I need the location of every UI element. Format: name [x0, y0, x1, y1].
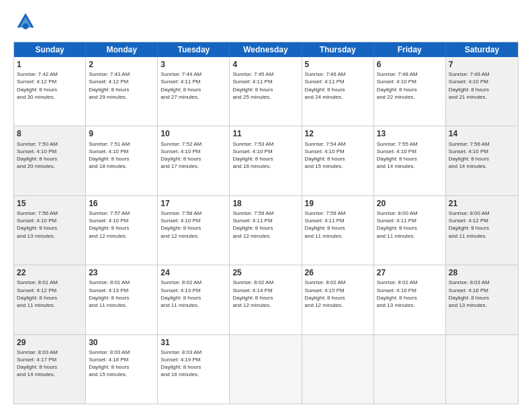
cell-line: Sunrise: 8:03 AM	[449, 279, 515, 286]
day-number: 19	[305, 198, 371, 209]
cell-line: Daylight: 8 hours	[161, 155, 226, 163]
cell-line: and 14 minutes.	[17, 371, 83, 378]
day-number: 27	[377, 267, 443, 278]
cell-line: Sunset: 4:10 PM	[449, 78, 515, 85]
calendar-cell-20: 20Sunrise: 8:00 AMSunset: 4:11 PMDayligh…	[374, 196, 446, 265]
day-number: 16	[89, 198, 154, 209]
cell-line: and 20 minutes.	[17, 163, 83, 170]
cell-line: Sunrise: 8:03 AM	[17, 349, 83, 356]
cell-line: Daylight: 8 hours	[89, 155, 154, 163]
cell-line: and 15 minutes.	[305, 163, 371, 170]
calendar-cell-4: 4Sunrise: 7:45 AMSunset: 4:11 PMDaylight…	[230, 57, 302, 126]
calendar-cell-19: 19Sunrise: 7:59 AMSunset: 4:11 PMDayligh…	[302, 196, 374, 265]
cell-line: and 12 minutes.	[232, 302, 298, 309]
cell-line: Sunrise: 7:53 AM	[232, 140, 298, 148]
weekday-header-monday: Monday	[86, 42, 158, 57]
calendar-row-0: 1Sunrise: 7:42 AMSunset: 4:12 PMDaylight…	[14, 57, 518, 126]
cell-line: and 11 minutes.	[89, 302, 154, 309]
cell-line: Sunrise: 7:54 AM	[305, 140, 371, 148]
cell-line: Daylight: 8 hours	[161, 86, 226, 93]
cell-line: and 18 minutes.	[89, 163, 154, 170]
day-number: 22	[17, 267, 83, 278]
cell-line: Sunrise: 7:56 AM	[449, 140, 515, 148]
cell-line: Sunset: 4:15 PM	[305, 287, 371, 294]
cell-line: Sunrise: 8:02 AM	[305, 279, 371, 286]
day-number: 24	[161, 267, 226, 278]
cell-line: Sunrise: 7:51 AM	[89, 140, 154, 148]
cell-line: Sunset: 4:12 PM	[17, 78, 83, 85]
cell-line: Sunrise: 7:55 AM	[377, 140, 443, 148]
day-number: 25	[232, 267, 298, 278]
calendar-cell-empty	[302, 335, 374, 404]
cell-line: Daylight: 8 hours	[232, 294, 298, 302]
logo	[13, 11, 36, 35]
cell-line: and 30 minutes.	[17, 93, 83, 101]
cell-line: and 16 minutes.	[161, 371, 226, 378]
calendar-cell-8: 8Sunrise: 7:50 AMSunset: 4:10 PMDaylight…	[14, 126, 86, 195]
day-number: 28	[449, 267, 515, 278]
calendar-cell-empty	[446, 335, 518, 404]
cell-line: Sunset: 4:16 PM	[377, 287, 443, 294]
cell-line: Sunrise: 7:46 AM	[305, 71, 371, 78]
day-number: 12	[305, 128, 371, 139]
cell-line: and 17 minutes.	[161, 163, 226, 170]
cell-line: and 27 minutes.	[161, 93, 226, 101]
cell-line: and 12 minutes.	[305, 302, 371, 309]
cell-line: Daylight: 8 hours	[305, 86, 371, 93]
cell-line: Sunset: 4:11 PM	[305, 217, 371, 224]
calendar-cell-11: 11Sunrise: 7:53 AMSunset: 4:10 PMDayligh…	[230, 126, 302, 195]
calendar-cell-7: 7Sunrise: 7:49 AMSunset: 4:10 PMDaylight…	[446, 57, 518, 126]
day-number: 15	[17, 198, 83, 209]
cell-line: Daylight: 8 hours	[305, 155, 371, 163]
cell-line: Sunset: 4:18 PM	[89, 356, 154, 363]
cell-line: Sunrise: 8:02 AM	[232, 279, 298, 286]
calendar-cell-24: 24Sunrise: 8:02 AMSunset: 4:13 PMDayligh…	[158, 265, 230, 334]
cell-line: and 11 minutes.	[161, 302, 226, 309]
calendar-cell-12: 12Sunrise: 7:54 AMSunset: 4:10 PMDayligh…	[302, 126, 374, 195]
cell-line: and 13 minutes.	[17, 232, 83, 240]
calendar-cell-21: 21Sunrise: 8:00 AMSunset: 4:12 PMDayligh…	[446, 196, 518, 265]
weekday-header-tuesday: Tuesday	[158, 42, 230, 57]
cell-line: Daylight: 8 hours	[89, 224, 154, 232]
cell-line: Sunset: 4:10 PM	[232, 148, 298, 155]
day-number: 11	[232, 128, 298, 139]
cell-line: and 25 minutes.	[232, 93, 298, 101]
cell-line: Daylight: 8 hours	[17, 224, 83, 232]
day-number: 29	[17, 337, 83, 348]
cell-line: Daylight: 8 hours	[305, 294, 371, 302]
calendar-row-2: 15Sunrise: 7:56 AMSunset: 4:10 PMDayligh…	[14, 195, 518, 265]
logo-icon	[15, 11, 36, 32]
cell-line: Sunset: 4:17 PM	[17, 356, 83, 363]
cell-line: Sunset: 4:11 PM	[377, 217, 443, 224]
cell-line: Daylight: 8 hours	[17, 363, 83, 371]
cell-line: Daylight: 8 hours	[305, 224, 371, 232]
cell-line: Sunset: 4:10 PM	[377, 78, 443, 85]
cell-line: Sunrise: 8:02 AM	[161, 279, 226, 286]
calendar-cell-empty	[374, 335, 446, 404]
cell-line: Daylight: 8 hours	[449, 224, 515, 232]
cell-line: Sunset: 4:10 PM	[377, 148, 443, 155]
day-number: 7	[449, 59, 515, 70]
cell-line: Sunrise: 7:43 AM	[89, 71, 154, 78]
calendar-row-1: 8Sunrise: 7:50 AMSunset: 4:10 PMDaylight…	[14, 126, 518, 195]
cell-line: Sunrise: 8:01 AM	[17, 279, 83, 286]
calendar-cell-empty	[230, 335, 302, 404]
cell-line: and 14 minutes.	[449, 163, 515, 170]
cell-line: Sunrise: 7:57 AM	[89, 210, 154, 217]
cell-line: Daylight: 8 hours	[449, 86, 515, 93]
day-number: 20	[377, 198, 443, 209]
cell-line: Sunrise: 8:00 AM	[377, 210, 443, 217]
cell-line: and 22 minutes.	[377, 93, 443, 101]
weekday-header-wednesday: Wednesday	[230, 42, 302, 57]
cell-line: and 11 minutes.	[449, 232, 515, 240]
cell-line: Sunset: 4:11 PM	[305, 78, 371, 85]
calendar-row-3: 22Sunrise: 8:01 AMSunset: 4:12 PMDayligh…	[14, 265, 518, 334]
cell-line: Sunrise: 7:56 AM	[17, 210, 83, 217]
calendar-cell-31: 31Sunrise: 8:03 AMSunset: 4:19 PMDayligh…	[158, 335, 230, 404]
cell-line: and 11 minutes.	[305, 232, 371, 240]
weekday-header-thursday: Thursday	[302, 42, 374, 57]
cell-line: and 11 minutes.	[17, 302, 83, 309]
cell-line: Daylight: 8 hours	[232, 86, 298, 93]
calendar-cell-10: 10Sunrise: 7:52 AMSunset: 4:10 PMDayligh…	[158, 126, 230, 195]
cell-line: Sunset: 4:14 PM	[232, 287, 298, 294]
